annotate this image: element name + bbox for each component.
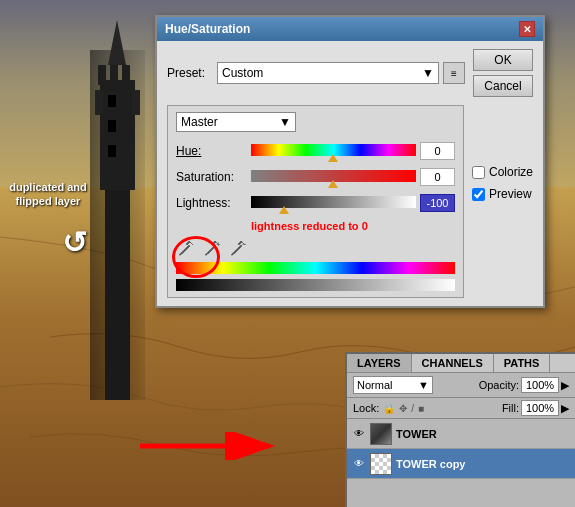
opacity-input[interactable]: [521, 377, 559, 393]
hue-saturation-dialog: Hue/Saturation ✕ Preset: Custom ▼ ≡ OK C…: [155, 15, 545, 308]
hue-slider-track[interactable]: [251, 144, 416, 156]
saturation-slider-container: [251, 170, 416, 184]
eyedropper-add-icon[interactable]: +: [202, 238, 222, 258]
svg-rect-0: [100, 80, 135, 190]
master-chevron: ▼: [279, 115, 291, 129]
svg-marker-4: [108, 20, 126, 65]
preset-chevron: ▼: [422, 66, 434, 80]
lock-label: Lock:: [353, 402, 379, 414]
dialog-close-button[interactable]: ✕: [519, 21, 535, 37]
lightness-value[interactable]: -100: [420, 194, 455, 212]
move-icon[interactable]: ✥: [399, 403, 407, 414]
colorize-row: Colorize: [472, 165, 533, 179]
red-arrow: [140, 432, 285, 460]
saturation-label: Saturation:: [176, 170, 251, 184]
paint-icon[interactable]: /: [411, 403, 414, 414]
layers-panel: LAYERS CHANNELS PATHS Normal ▼ Opacity: …: [345, 352, 575, 507]
lightness-slider-container: [251, 196, 416, 210]
svg-rect-5: [108, 95, 116, 107]
svg-text:−: −: [242, 240, 247, 249]
lock-row: Lock: 🔒 ✥ / ■ Fill: ▶: [347, 398, 575, 419]
dialog-titlebar: Hue/Saturation ✕: [157, 17, 543, 41]
blend-mode-dropdown[interactable]: Normal ▼: [353, 376, 433, 394]
preview-row: Preview: [472, 187, 533, 201]
hue-reference-bar: [176, 262, 455, 274]
master-dropdown[interactable]: Master ▼: [176, 112, 296, 132]
preview-checkbox[interactable]: [472, 188, 485, 201]
color-bars: [176, 262, 455, 291]
master-row: Master ▼: [176, 112, 455, 132]
dialog-left-panel: Master ▼ Hue: 0: [167, 105, 464, 298]
tab-channels[interactable]: CHANNELS: [412, 354, 494, 372]
preset-row: Preset: Custom ▼ ≡ OK Cancel: [167, 49, 533, 97]
layer-eye-tower[interactable]: 👁: [352, 427, 366, 441]
blend-mode-chevron: ▼: [418, 379, 429, 391]
eyedropper-row: + −: [176, 238, 455, 258]
layers-tabs: LAYERS CHANNELS PATHS: [347, 354, 575, 373]
preview-label: Preview: [489, 187, 532, 201]
svg-rect-6: [108, 120, 116, 132]
layer-eye-tower-copy[interactable]: 👁: [352, 457, 366, 471]
opacity-control: Opacity: ▶: [479, 377, 569, 393]
svg-text:+: +: [216, 240, 221, 249]
preset-options-icon[interactable]: ≡: [443, 62, 465, 84]
fill-control: Fill: ▶: [502, 400, 569, 416]
main-container: duplicated and flipped layer ↺ Hue/Satur…: [0, 0, 575, 507]
eyedropper-subtract-icon[interactable]: −: [228, 238, 248, 258]
dialog-title: Hue/Saturation: [165, 22, 250, 36]
hue-label: Hue:: [176, 144, 251, 158]
fill-input[interactable]: [521, 400, 559, 416]
layer-item-tower[interactable]: 👁 TOWER: [347, 419, 575, 449]
lightness-slider-track[interactable]: [251, 196, 416, 208]
saturation-row: Saturation: 0: [176, 168, 455, 186]
dialog-buttons: OK Cancel: [469, 49, 533, 97]
tab-paths[interactable]: PATHS: [494, 354, 551, 372]
svg-rect-7: [108, 145, 116, 157]
output-bar: [176, 279, 455, 291]
preset-value: Custom: [222, 66, 263, 80]
svg-rect-9: [132, 90, 140, 115]
annotation-text: duplicated and flipped layer: [8, 180, 88, 209]
all-icon[interactable]: ■: [418, 403, 424, 414]
dialog-right-panel: Colorize Preview: [472, 105, 533, 205]
master-label: Master: [181, 115, 218, 129]
svg-rect-8: [95, 90, 103, 115]
svg-rect-3: [122, 65, 130, 85]
saturation-slider-track[interactable]: [251, 170, 416, 182]
preset-dropdown[interactable]: Custom ▼: [217, 62, 439, 84]
opacity-arrow[interactable]: ▶: [561, 379, 569, 392]
lock-icon[interactable]: 🔒: [383, 403, 395, 414]
hue-value[interactable]: 0: [420, 142, 455, 160]
saturation-value[interactable]: 0: [420, 168, 455, 186]
select-icon[interactable]: [176, 238, 196, 258]
dialog-main: Master ▼ Hue: 0: [167, 105, 533, 298]
layer-name-tower: TOWER: [396, 428, 437, 440]
cancel-button[interactable]: Cancel: [473, 75, 533, 97]
layer-thumb-tower: [370, 423, 392, 445]
svg-rect-2: [110, 65, 118, 85]
lightness-row: Lightness: -100: [176, 194, 455, 212]
hue-slider-thumb[interactable]: [328, 154, 338, 162]
lightness-slider-thumb[interactable]: [279, 206, 289, 214]
fill-label: Fill:: [502, 402, 519, 414]
preset-label: Preset:: [167, 66, 217, 80]
curved-arrow: ↺: [62, 225, 87, 260]
fill-arrow[interactable]: ▶: [561, 402, 569, 415]
dialog-body: Preset: Custom ▼ ≡ OK Cancel Master: [157, 41, 543, 306]
svg-rect-1: [98, 65, 106, 85]
tower-silhouette: [90, 20, 145, 400]
lightness-label: Lightness:: [176, 196, 251, 210]
blend-mode-value: Normal: [357, 379, 392, 391]
colorize-checkbox[interactable]: [472, 166, 485, 179]
tab-layers[interactable]: LAYERS: [347, 354, 412, 372]
layer-name-tower-copy: TOWER copy: [396, 458, 465, 470]
layer-thumb-tower-copy: [370, 453, 392, 475]
layer-item-tower-copy[interactable]: 👁 TOWER copy: [347, 449, 575, 479]
layers-controls: Normal ▼ Opacity: ▶: [347, 373, 575, 398]
saturation-slider-thumb[interactable]: [328, 180, 338, 188]
hue-slider-container: [251, 144, 416, 158]
ok-button[interactable]: OK: [473, 49, 533, 71]
hue-row: Hue: 0: [176, 142, 455, 160]
colorize-label: Colorize: [489, 165, 533, 179]
opacity-label: Opacity:: [479, 379, 519, 391]
